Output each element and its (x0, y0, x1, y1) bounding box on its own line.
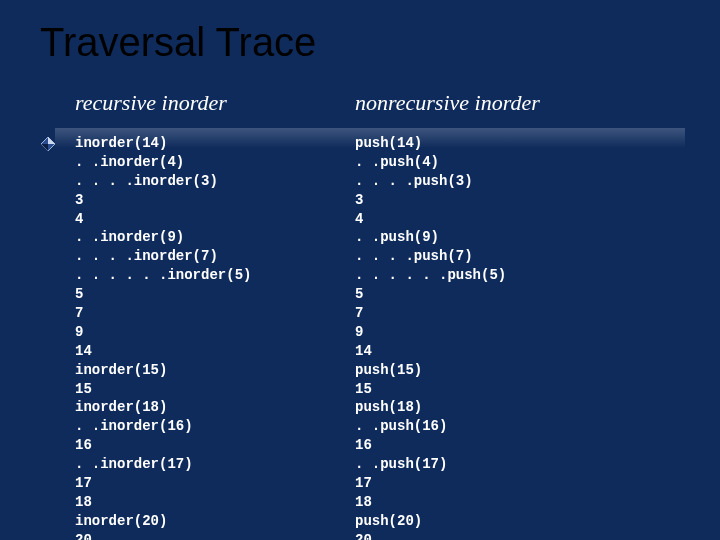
right-trace: push(14) . .push(4) . . . .push(3) 3 4 .… (355, 134, 655, 540)
trace-columns: recursive inorder inorder(14) . .inorder… (75, 90, 700, 540)
diamond-bullet-icon (40, 136, 56, 152)
right-column-header: nonrecursive inorder (355, 90, 655, 116)
left-trace: inorder(14) . .inorder(4) . . . .inorder… (75, 134, 355, 540)
page-title: Traversal Trace (40, 20, 316, 65)
left-column: recursive inorder inorder(14) . .inorder… (75, 90, 355, 540)
right-column: nonrecursive inorder push(14) . .push(4)… (355, 90, 655, 540)
left-column-header: recursive inorder (75, 90, 355, 116)
